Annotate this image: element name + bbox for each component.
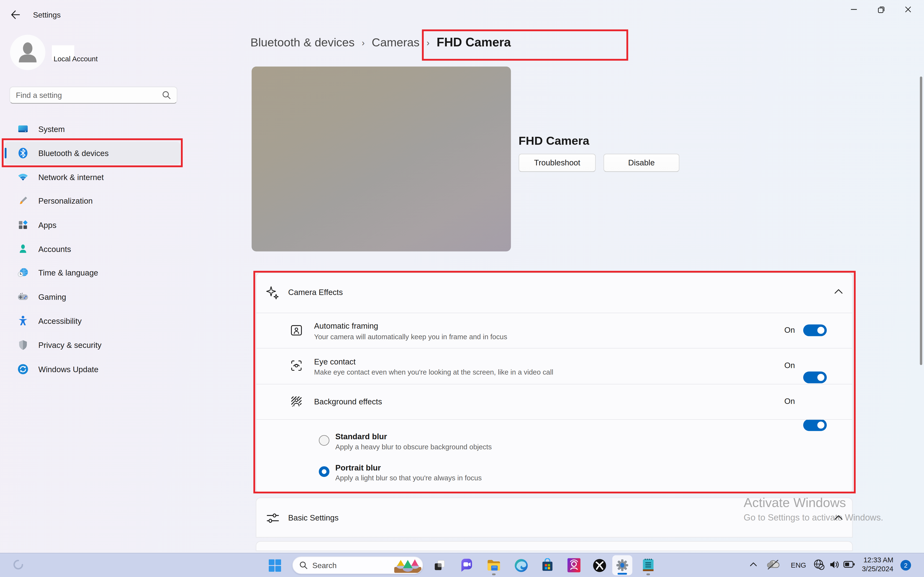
sidebar-item-label: Windows Update bbox=[38, 365, 99, 374]
sidebar-item-label: Privacy & security bbox=[38, 341, 102, 350]
window-title: Settings bbox=[33, 11, 61, 19]
running-indicator bbox=[646, 574, 650, 575]
onedrive-icon[interactable] bbox=[766, 559, 780, 571]
sidebar-item-bluetooth-devices[interactable]: Bluetooth & devices bbox=[5, 142, 181, 164]
close-icon bbox=[905, 6, 911, 13]
minimize-icon bbox=[850, 6, 857, 13]
sidebar-item-accounts[interactable]: Accounts bbox=[5, 238, 181, 260]
bluetooth-icon bbox=[17, 147, 29, 159]
battery-icon[interactable] bbox=[843, 561, 855, 568]
toggle-state-label: On bbox=[784, 397, 795, 406]
settings-gear-icon bbox=[615, 558, 630, 572]
chevron-right-icon: › bbox=[362, 37, 365, 48]
file-explorer-icon[interactable] bbox=[486, 557, 502, 574]
radio-label: Portrait blur bbox=[335, 463, 381, 472]
eye-contact-toggle[interactable] bbox=[803, 371, 827, 383]
system-icon bbox=[17, 123, 29, 135]
account-label: Local Account bbox=[54, 55, 98, 63]
basic-settings-expander[interactable] bbox=[834, 514, 843, 520]
portrait-app-icon[interactable] bbox=[566, 557, 582, 574]
notification-badge[interactable]: 2 bbox=[900, 560, 911, 571]
sidebar-item-accessibility[interactable]: Accessibility bbox=[5, 309, 181, 332]
portrait-blur-radio[interactable] bbox=[319, 466, 330, 477]
microsoft-store-icon[interactable] bbox=[539, 557, 556, 574]
accessibility-icon bbox=[17, 315, 29, 327]
widgets-icon[interactable] bbox=[12, 558, 25, 571]
chevron-up-icon bbox=[834, 514, 843, 520]
time-language-icon bbox=[17, 267, 29, 279]
avatar[interactable] bbox=[10, 35, 45, 70]
basic-settings-icon bbox=[266, 511, 280, 525]
row-title: Automatic framing bbox=[314, 321, 378, 330]
settings-app-button[interactable] bbox=[612, 555, 632, 575]
windows-update-icon bbox=[17, 363, 29, 375]
sidebar-item-time-language[interactable]: Time & language bbox=[5, 261, 181, 284]
sparkles-icon bbox=[266, 285, 280, 301]
sidebar-item-system[interactable]: System bbox=[5, 118, 181, 140]
notepad-app-icon[interactable] bbox=[640, 557, 657, 574]
sidebar-item-personalization[interactable]: Personalization bbox=[5, 190, 181, 212]
minimize-button[interactable] bbox=[840, 0, 867, 18]
troubleshoot-button[interactable]: Troubleshoot bbox=[519, 154, 596, 172]
divider bbox=[256, 348, 852, 348]
sidebar-item-privacy-security[interactable]: Privacy & security bbox=[5, 334, 181, 356]
apps-icon bbox=[17, 219, 29, 231]
chat-app-icon[interactable] bbox=[459, 557, 475, 574]
selected-indicator bbox=[5, 148, 6, 158]
sidebar-item-windows-update[interactable]: Windows Update bbox=[5, 358, 181, 380]
search-icon bbox=[162, 91, 171, 100]
network-offline-icon[interactable] bbox=[813, 559, 825, 571]
restore-button[interactable] bbox=[867, 0, 895, 18]
breadcrumb-bluetooth-devices[interactable]: Bluetooth & devices bbox=[250, 35, 355, 49]
basic-settings-card[interactable]: Basic Settings bbox=[256, 497, 853, 538]
disable-button[interactable]: Disable bbox=[604, 154, 680, 172]
sidebar-item-label: Apps bbox=[38, 221, 56, 229]
taskbar-search[interactable]: Search bbox=[292, 556, 423, 574]
sidebar-item-network-internet[interactable]: Network & internet bbox=[5, 166, 181, 189]
breadcrumb-fhd-camera: FHD Camera bbox=[437, 35, 511, 50]
device-name: FHD Camera bbox=[519, 134, 589, 148]
volume-icon[interactable] bbox=[829, 560, 840, 569]
standard-blur-radio[interactable] bbox=[319, 435, 330, 446]
tray-expand-button[interactable] bbox=[750, 562, 757, 567]
gaming-icon bbox=[17, 291, 29, 303]
sidebar-item-label: Accounts bbox=[38, 245, 71, 254]
sidebar-item-label: Gaming bbox=[38, 292, 66, 301]
automatic-framing-toggle[interactable] bbox=[803, 324, 827, 336]
breadcrumb-cameras[interactable]: Cameras bbox=[372, 35, 420, 49]
tray-time: 12:33 AM bbox=[862, 556, 893, 565]
taskbar-search-label: Search bbox=[312, 561, 393, 570]
next-card-partial bbox=[256, 541, 853, 551]
language-indicator[interactable]: ENG bbox=[791, 561, 806, 569]
background-effects-toggle[interactable] bbox=[803, 419, 827, 431]
sidebar-item-label: Network & internet bbox=[38, 173, 104, 182]
accounts-icon bbox=[17, 243, 29, 255]
camera-effects-title: Camera Effects bbox=[288, 288, 343, 297]
toggle-state-label: On bbox=[784, 361, 795, 370]
sidebar-item-label: Bluetooth & devices bbox=[38, 148, 108, 158]
taskbar: Search bbox=[0, 553, 924, 577]
task-view-button[interactable] bbox=[431, 557, 448, 574]
chevron-up-icon bbox=[834, 288, 843, 294]
close-button[interactable] bbox=[895, 0, 922, 18]
back-button[interactable] bbox=[10, 9, 21, 21]
sidebar-item-apps[interactable]: Apps bbox=[5, 214, 181, 236]
automatic-framing-icon bbox=[289, 323, 304, 337]
eye-contact-icon bbox=[289, 358, 304, 372]
sidebar-item-label: Time & language bbox=[38, 268, 98, 277]
start-button[interactable] bbox=[267, 557, 283, 574]
edge-browser-icon[interactable] bbox=[513, 557, 529, 574]
clock[interactable]: 12:33 AM 3/25/2024 bbox=[862, 556, 893, 574]
divider bbox=[256, 419, 852, 420]
sidebar-item-gaming[interactable]: Gaming bbox=[5, 285, 181, 308]
camera-effects-expander[interactable] bbox=[834, 288, 843, 294]
breadcrumb: Bluetooth & devices › Cameras › FHD Came… bbox=[250, 35, 511, 50]
toggle-knob bbox=[817, 374, 824, 381]
active-indicator bbox=[618, 573, 627, 575]
search-input[interactable]: Find a setting bbox=[10, 87, 177, 104]
row-title: Background effects bbox=[314, 397, 382, 406]
background-effects-icon bbox=[289, 395, 304, 409]
chevron-right-icon: › bbox=[426, 37, 430, 48]
xbox-icon[interactable] bbox=[591, 557, 607, 574]
scrollbar[interactable] bbox=[920, 76, 922, 365]
